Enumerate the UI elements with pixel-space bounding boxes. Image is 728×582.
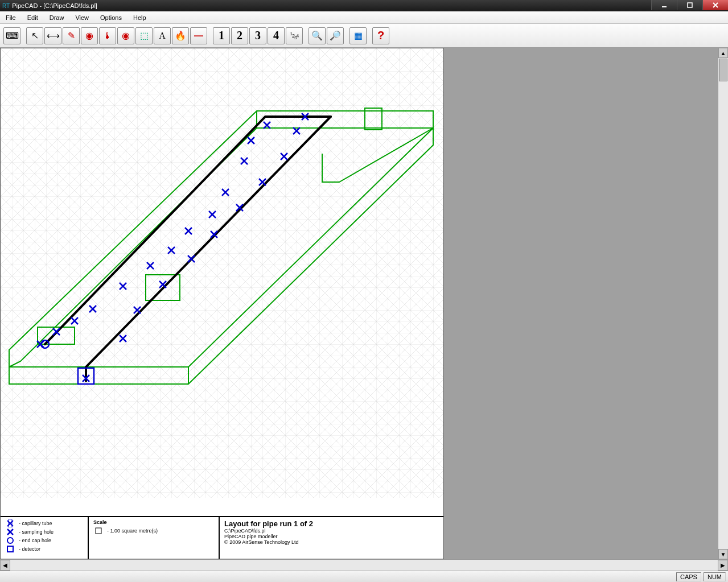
- target-icon: ◉: [122, 30, 130, 41]
- text-button[interactable]: A: [154, 27, 171, 44]
- minimize-button[interactable]: [651, 0, 677, 10]
- svg-rect-1: [688, 3, 692, 7]
- scroll-track[interactable]: [718, 58, 728, 549]
- legend-panel: - capillary tube - sampling hole - end c…: [1, 516, 443, 559]
- keyboard-button[interactable]: ⌨: [3, 27, 20, 44]
- fire-icon: 🔥: [175, 30, 186, 41]
- legend-keys: - capillary tube - sampling hole - end c…: [1, 517, 89, 559]
- vertical-scrollbar[interactable]: ▲ ▼: [718, 48, 728, 559]
- toolbar: ⌨ ↖ ⟷ ✎ ◉ 🌡 ◉ ⬚ A 🔥 — 1 2 3 4 1234 🔍 🔎 ▦…: [0, 24, 728, 48]
- maximize-button[interactable]: [677, 0, 702, 10]
- legend-endcap-label: - end cap hole: [19, 538, 51, 543]
- menu-draw[interactable]: Draw: [44, 13, 70, 23]
- capillary-icon: [5, 519, 15, 527]
- statusbar: CAPS NUM: [0, 571, 728, 582]
- svg-rect-8: [78, 368, 94, 384]
- app-icon: RT: [2, 3, 10, 9]
- legend-detector-label: - detector: [19, 546, 40, 552]
- svg-rect-65: [96, 528, 101, 534]
- legend-sampling-label: - sampling hole: [19, 529, 54, 535]
- thermo-button[interactable]: 🌡: [99, 27, 116, 44]
- text-icon: A: [159, 31, 166, 41]
- num-2-icon: 2: [237, 29, 242, 42]
- num-3-icon: 3: [255, 29, 261, 42]
- workspace: - capillary tube - sampling hole - end c…: [0, 48, 728, 559]
- right-empty-pane: ▲ ▼: [444, 48, 728, 559]
- scale-value: - 1.00 square metre(s): [107, 528, 158, 534]
- window-title: PipeCAD - [C:\PipeCAD\fds.pl]: [12, 2, 97, 9]
- menu-edit[interactable]: Edit: [22, 13, 44, 23]
- status-caps: CAPS: [676, 572, 701, 581]
- horizontal-scrollbar[interactable]: ◀ ▶: [0, 559, 728, 571]
- measure-icon: ⟷: [47, 30, 60, 41]
- num-1-icon: 1: [219, 29, 224, 42]
- piperun-2-button[interactable]: 2: [231, 27, 248, 44]
- detector-icon: [5, 545, 15, 553]
- calculator-button[interactable]: ▦: [349, 27, 367, 44]
- scroll-up-arrow[interactable]: ▲: [718, 48, 728, 58]
- fire-button[interactable]: 🔥: [172, 27, 189, 44]
- scroll-down-arrow[interactable]: ▼: [718, 549, 728, 559]
- small-nums-icon: 1234: [290, 31, 298, 40]
- pencil-icon: ✎: [68, 30, 75, 41]
- scale-box-icon: [93, 527, 104, 534]
- menu-help[interactable]: Help: [127, 13, 152, 23]
- pencil-button[interactable]: ✎: [63, 27, 80, 44]
- endcap-icon: [5, 536, 15, 544]
- layout-path: C:\PipeCAD\fds.pl: [224, 528, 439, 534]
- calculator-icon: ▦: [354, 30, 363, 41]
- canvas-panel: - capillary tube - sampling hole - end c…: [0, 48, 444, 559]
- sampling-icon: [5, 528, 15, 536]
- box-button[interactable]: ⬚: [135, 27, 153, 44]
- zoom-out-button[interactable]: 🔎: [327, 27, 344, 44]
- status-num: NUM: [704, 572, 726, 581]
- keyboard-icon: ⌨: [6, 30, 19, 41]
- target-button-1[interactable]: ◉: [81, 27, 98, 44]
- measure-button[interactable]: ⟷: [44, 27, 61, 44]
- help-button[interactable]: ?: [372, 27, 389, 44]
- num-4-icon: 4: [273, 29, 279, 42]
- piperun-3-button[interactable]: 3: [249, 27, 266, 44]
- layout-copyright: © 2009 AirSense Technology Ltd: [224, 539, 439, 545]
- menu-options[interactable]: Options: [94, 13, 127, 23]
- ruler-button[interactable]: —: [190, 27, 207, 44]
- layout-title: Layout for pipe run 1 of 2: [224, 519, 439, 528]
- scroll-thumb[interactable]: [719, 59, 727, 81]
- thermo-icon: 🌡: [103, 31, 112, 41]
- scale-title: Scale: [93, 519, 214, 525]
- zoom-in-icon: 🔍: [311, 30, 323, 41]
- piperun-4-button[interactable]: 4: [268, 27, 285, 44]
- target-icon: ◉: [85, 30, 93, 41]
- pointer-button[interactable]: ↖: [26, 27, 43, 44]
- drawing-canvas[interactable]: [1, 48, 443, 516]
- zoom-in-button[interactable]: 🔍: [309, 27, 326, 44]
- menu-view[interactable]: View: [69, 13, 94, 23]
- menu-file[interactable]: File: [0, 13, 22, 23]
- layout-product: PipeCAD pipe modeller: [224, 534, 439, 539]
- target-button-2[interactable]: ◉: [117, 27, 134, 44]
- help-icon: ?: [377, 29, 384, 42]
- legend-info: Layout for pipe run 1 of 2 C:\PipeCAD\fd…: [220, 517, 443, 559]
- zoom-out-icon: 🔎: [330, 30, 341, 41]
- box-icon: ⬚: [140, 30, 149, 41]
- menubar: File Edit Draw View Options Help: [0, 11, 728, 24]
- close-button[interactable]: [702, 0, 728, 10]
- piperun-1-button[interactable]: 1: [213, 27, 230, 44]
- ruler-icon: —: [194, 31, 203, 41]
- scroll-left-arrow[interactable]: ◀: [0, 560, 10, 571]
- svg-rect-64: [7, 546, 13, 552]
- all-runs-button[interactable]: 1234: [286, 27, 303, 44]
- symbol-layer: [1, 48, 443, 498]
- svg-point-9: [41, 340, 49, 348]
- scroll-right-arrow[interactable]: ▶: [718, 560, 728, 571]
- legend-scale: Scale - 1.00 square metre(s): [89, 517, 220, 559]
- legend-capillary-label: - capillary tube: [19, 521, 52, 526]
- svg-point-63: [7, 538, 13, 543]
- hscroll-track[interactable]: [10, 560, 718, 571]
- titlebar: RT PipeCAD - [C:\PipeCAD\fds.pl]: [0, 0, 728, 11]
- pointer-icon: ↖: [31, 30, 39, 41]
